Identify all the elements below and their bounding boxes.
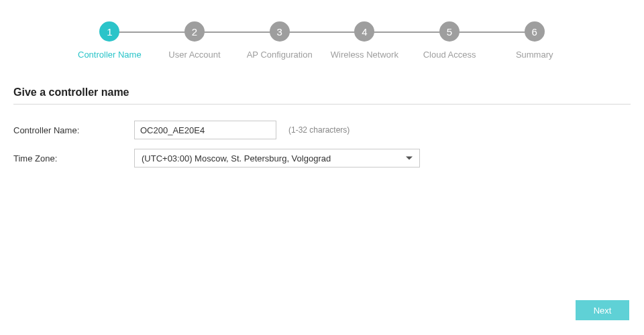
step-label: Wireless Network — [331, 50, 398, 60]
step-number: 6 — [525, 21, 545, 42]
time-zone-selected: (UTC+03:00) Moscow, St. Petersburg, Volg… — [142, 153, 331, 163]
step-controller-name[interactable]: 1 Controller Name — [67, 21, 152, 60]
controller-form: Controller Name: (1-32 characters) Time … — [13, 121, 631, 168]
step-number: 4 — [354, 21, 374, 42]
time-zone-label: Time Zone: — [13, 153, 134, 163]
step-label: Summary — [516, 50, 553, 60]
chevron-down-icon — [406, 157, 413, 160]
step-wireless-network[interactable]: 4 Wireless Network — [322, 21, 407, 60]
controller-name-label: Controller Name: — [13, 125, 134, 135]
step-connector — [195, 31, 280, 33]
controller-name-input[interactable] — [134, 121, 276, 139]
controller-name-hint: (1-32 characters) — [288, 125, 350, 135]
controller-name-row: Controller Name: (1-32 characters) — [13, 121, 631, 139]
step-number: 5 — [439, 21, 460, 42]
step-label: Cloud Access — [423, 50, 476, 60]
step-connector — [364, 31, 449, 33]
step-number: 1 — [99, 21, 119, 42]
step-number: 2 — [184, 21, 205, 42]
step-number: 3 — [270, 21, 290, 42]
step-label: Controller Name — [78, 50, 142, 60]
step-label: AP Configuration — [247, 50, 313, 60]
step-connector — [449, 31, 535, 33]
wizard-footer: Next — [576, 300, 629, 320]
step-connector — [280, 31, 365, 33]
form-section: Give a controller name Controller Name: … — [0, 86, 644, 168]
wizard-stepper: 1 Controller Name 2 User Account 3 AP Co… — [0, 0, 644, 60]
step-label: User Account — [168, 50, 220, 60]
section-title: Give a controller name — [13, 86, 631, 105]
step-user-account[interactable]: 2 User Account — [152, 21, 237, 60]
step-ap-configuration[interactable]: 3 AP Configuration — [237, 21, 322, 60]
time-zone-row: Time Zone: (UTC+03:00) Moscow, St. Peter… — [13, 149, 631, 168]
step-connector — [109, 31, 195, 33]
step-summary[interactable]: 6 Summary — [492, 21, 577, 60]
time-zone-select[interactable]: (UTC+03:00) Moscow, St. Petersburg, Volg… — [134, 149, 420, 168]
step-cloud-access[interactable]: 5 Cloud Access — [407, 21, 492, 60]
next-button[interactable]: Next — [576, 300, 629, 320]
